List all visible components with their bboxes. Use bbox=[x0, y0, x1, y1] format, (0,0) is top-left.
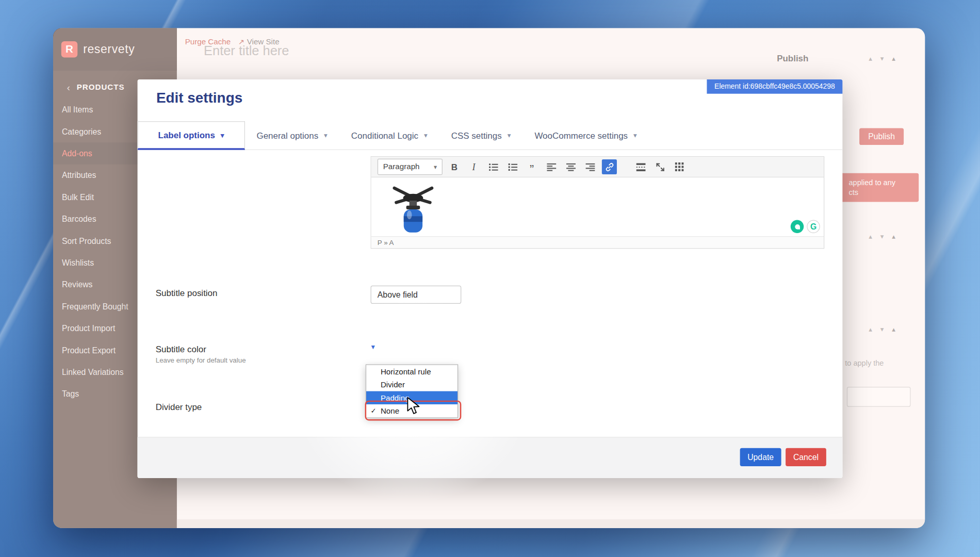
blockquote-icon[interactable]: ” bbox=[525, 157, 540, 177]
editor-element-path: P » A bbox=[378, 239, 394, 247]
editor-content-area[interactable]: G bbox=[371, 177, 824, 236]
dropdown-option-none[interactable]: ✓ None bbox=[366, 404, 458, 417]
editor-assist-badges: G bbox=[791, 220, 820, 233]
subtitle-color-hint: Leave empty for default value bbox=[156, 356, 246, 364]
tab-label: General options bbox=[256, 130, 318, 140]
chevron-down-icon: ▾ bbox=[434, 163, 437, 170]
align-right-icon[interactable] bbox=[582, 159, 597, 174]
check-icon: ✓ bbox=[371, 407, 377, 415]
admin-window: R reservety ‹ PRODUCTS All Items Categor… bbox=[53, 28, 925, 528]
cancel-button[interactable]: Cancel bbox=[786, 448, 826, 466]
grammarly-icon[interactable]: G bbox=[807, 220, 820, 233]
subtitle-position-select[interactable]: Above field bbox=[371, 286, 462, 304]
paragraph-format-select[interactable]: Paragraph ▾ bbox=[378, 159, 443, 175]
toolbar-toggle-grid-icon[interactable] bbox=[672, 159, 687, 174]
chevron-down-icon: ▾ bbox=[424, 131, 428, 139]
update-button[interactable]: Update bbox=[740, 448, 781, 466]
bullet-list-icon[interactable] bbox=[485, 159, 500, 174]
edit-settings-modal: Element id:698cbffc49e8c5.00054298 Edit … bbox=[138, 79, 843, 478]
element-id-badge: Element id:698cbffc49e8c5.00054298 bbox=[707, 79, 843, 94]
divider-type-dropdown: Horizontal rule Divider Padding ✓ None bbox=[366, 364, 458, 418]
modal-title: Edit settings bbox=[156, 89, 242, 106]
align-left-icon[interactable] bbox=[544, 159, 559, 174]
tab-conditional-logic[interactable]: Conditional Logic ▾ bbox=[339, 121, 439, 150]
chevron-down-icon: ▾ bbox=[633, 131, 637, 139]
tab-label: Conditional Logic bbox=[351, 130, 418, 140]
tab-woocommerce-settings[interactable]: WooCommerce settings ▾ bbox=[522, 121, 648, 150]
tab-label: WooCommerce settings bbox=[534, 130, 628, 140]
chevron-down-icon: ▾ bbox=[221, 131, 224, 139]
tab-label-options[interactable]: Label options ▾ bbox=[138, 121, 245, 150]
product-image-stove bbox=[389, 184, 438, 234]
divider-type-label: Divider type bbox=[156, 402, 202, 412]
paragraph-select-value: Paragraph bbox=[383, 162, 420, 171]
editor-status-bar: P » A bbox=[371, 236, 824, 248]
dropdown-option-padding[interactable]: Padding bbox=[366, 391, 458, 404]
tab-label: CSS settings bbox=[451, 130, 502, 140]
assistant-badge-icon[interactable] bbox=[791, 220, 804, 233]
screen: R reservety ‹ PRODUCTS All Items Categor… bbox=[0, 0, 980, 557]
numbered-list-icon[interactable] bbox=[505, 159, 520, 174]
italic-button[interactable]: I bbox=[466, 159, 481, 174]
tab-css-settings[interactable]: CSS settings ▾ bbox=[439, 121, 523, 150]
richtext-editor: Paragraph ▾ B I ” bbox=[371, 156, 825, 249]
fullscreen-icon[interactable] bbox=[652, 159, 667, 174]
chevron-down-icon: ▾ bbox=[508, 131, 511, 139]
caret-down-icon[interactable]: ▼ bbox=[370, 343, 376, 350]
bold-button[interactable]: B bbox=[447, 159, 462, 174]
editor-toolbar: Paragraph ▾ B I ” bbox=[371, 157, 824, 177]
dropdown-option-label: None bbox=[381, 406, 399, 415]
align-center-icon[interactable] bbox=[563, 159, 578, 174]
dropdown-option-divider[interactable]: Divider bbox=[366, 378, 458, 391]
subtitle-color-label: Subtitle color bbox=[156, 345, 206, 354]
modal-tabs: Label options ▾ General options ▾ Condit… bbox=[138, 121, 843, 150]
subtitle-position-label: Subtitle position bbox=[156, 288, 218, 298]
subtitle-position-value: Above field bbox=[378, 290, 418, 299]
modal-footer: Update Cancel bbox=[138, 437, 843, 478]
read-more-icon[interactable] bbox=[633, 159, 648, 174]
tab-label: Label options bbox=[158, 130, 215, 140]
dropdown-option-horizontal-rule[interactable]: Horizontal rule bbox=[366, 365, 458, 378]
chevron-down-icon: ▾ bbox=[324, 131, 328, 139]
tab-general-options[interactable]: General options ▾ bbox=[244, 121, 339, 150]
link-icon[interactable] bbox=[602, 159, 617, 174]
